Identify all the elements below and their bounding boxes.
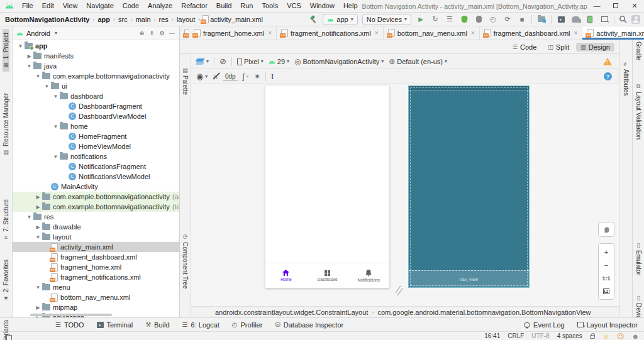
tree-row-HomeViewModel[interactable]: CHomeViewModel — [13, 141, 179, 151]
view-mode-design[interactable]: ▥Design — [576, 43, 614, 52]
expanded-arrow-icon[interactable]: ▼ — [52, 154, 60, 160]
menu-edit[interactable]: Edit — [38, 0, 58, 12]
expanded-arrow-icon[interactable]: ▼ — [16, 43, 25, 49]
pan-tool-button[interactable] — [598, 222, 614, 237]
happy-face-icon[interactable]: ☺ — [602, 333, 609, 339]
tree-row-notifications[interactable]: ▼notifications — [13, 151, 179, 162]
locale-select[interactable]: ⊕Default (en-us)▾ — [389, 57, 447, 66]
zoom-in-button[interactable]: + — [599, 246, 613, 258]
toolwindow--favorites[interactable]: 2: Favorites★ — [3, 256, 9, 305]
tree-row-dashboard[interactable]: ▼dashboard — [13, 91, 179, 101]
run-config-select[interactable]: app▾ — [323, 14, 357, 25]
nav-item-dashboard[interactable]: Dashboard — [307, 263, 348, 288]
build-hammer-icon[interactable] — [309, 15, 318, 24]
toolwindow-button-terminal[interactable]: ▸Terminal — [97, 321, 133, 329]
night-mode-icon[interactable]: ⊘ — [219, 57, 226, 66]
toolwindow-toggle-icon[interactable] — [5, 334, 10, 339]
toolwindow-button-todo[interactable]: ☰TODO — [55, 321, 84, 329]
view-mode-code[interactable]: ☰Code — [508, 43, 541, 52]
toolwindow-button-database-inspector[interactable]: ⛁Database Inspector — [275, 321, 343, 329]
encoding[interactable]: UTF-8 — [531, 332, 549, 339]
breadcrumb-item[interactable]: app — [96, 16, 111, 23]
coverage-button[interactable]: ⟳ — [502, 14, 513, 25]
menu-help[interactable]: Help — [339, 0, 362, 12]
maximize-button[interactable] — [606, 0, 625, 12]
tab-activity_main.xml[interactable]: activity_main.xml× — [582, 26, 644, 40]
zoom-actual-button[interactable]: 1:1 — [599, 272, 613, 284]
tree-row-com.example.bottomnavigationactivity[interactable]: ▼com.example.bottomnavigationactivity — [13, 71, 179, 81]
warning-icon[interactable] — [603, 58, 612, 65]
menu-window[interactable]: Window — [306, 0, 339, 12]
tree-row-fragment_notifications.xml[interactable]: fragment_notifications.xml — [13, 272, 179, 282]
apply-code-changes-button[interactable]: ☰ — [445, 14, 455, 25]
tree-row-java[interactable]: ▼java — [13, 61, 179, 71]
tree-row-MainActivity[interactable]: CMainActivity — [13, 182, 179, 192]
expanded-arrow-icon[interactable]: ▼ — [34, 285, 42, 290]
tree-row-res[interactable]: ▼res — [13, 212, 179, 222]
tree-row-home[interactable]: ▼home — [13, 121, 179, 131]
blueprint-nav-view[interactable]: nav_view — [409, 270, 529, 287]
tab-close-icon[interactable]: × — [574, 30, 578, 36]
hide-panel-icon[interactable]: — — [169, 30, 175, 36]
tab-fragment_home.xml[interactable]: fragment_home.xml× — [189, 26, 277, 40]
attributes-tab[interactable]: ≢ Attributes — [623, 57, 630, 99]
menu-view[interactable]: View — [58, 0, 82, 12]
tree-row-com.example.bottomnavigationactivity[interactable]: ▶com.example.bottomnavigationactivity(te… — [13, 202, 179, 212]
device-resize-handle[interactable] — [394, 287, 404, 295]
tree-row-layout[interactable]: ▼layout — [13, 232, 179, 242]
expanded-arrow-icon[interactable]: ▼ — [34, 234, 42, 240]
toolwindow-button-event-log[interactable]: Event Log — [524, 321, 565, 329]
toolwindow--structure[interactable]: 7: Structure≡ — [3, 195, 9, 244]
collapsed-arrow-icon[interactable]: ▶ — [34, 194, 42, 200]
device-select[interactable]: Pixel▾ — [237, 58, 264, 65]
collapse-all-icon[interactable]: ⇞ — [148, 30, 155, 36]
toolwindow-button-build[interactable]: ⚒Build — [145, 321, 169, 329]
tree-row-fragment_home.xml[interactable]: fragment_home.xml — [13, 262, 179, 272]
tree-row-drawable[interactable]: ▶drawable — [13, 222, 179, 232]
menu-file[interactable]: File — [18, 0, 38, 12]
tab-close-icon[interactable]: × — [268, 30, 272, 36]
minimize-button[interactable]: — — [587, 0, 606, 12]
attach-debugger-button[interactable] — [474, 14, 484, 25]
line-ending[interactable]: CRLF — [508, 332, 524, 339]
zoom-to-fit-button[interactable] — [599, 285, 613, 297]
locate-icon[interactable]: ⊕ — [138, 30, 145, 36]
profile-apk-folder-icon[interactable] — [536, 14, 547, 25]
expanded-arrow-icon[interactable]: ▼ — [52, 94, 60, 99]
guideline-icon[interactable]: I — [271, 72, 274, 82]
tab-close-icon[interactable]: × — [375, 30, 379, 36]
expanded-arrow-icon[interactable]: ▼ — [43, 84, 51, 89]
view-options-eye-icon[interactable]: ◉▾ — [196, 72, 208, 81]
tree-row-app[interactable]: ▼app — [13, 41, 179, 51]
incognito-icon[interactable]: ☻ — [631, 333, 639, 339]
view-mode-split[interactable]: ◫Split — [543, 43, 574, 52]
expanded-arrow-icon[interactable]: ▼ — [25, 214, 33, 220]
menu-tools[interactable]: Tools — [257, 0, 282, 12]
sad-face-icon[interactable]: ☹ — [617, 333, 624, 339]
toolwindow-layout-validation[interactable]: ⧉Layout Validation — [635, 79, 642, 143]
infer-constraints-wand-icon[interactable]: ✶ — [254, 72, 260, 81]
toolwindow-emulator[interactable]: ▯Emulator — [635, 238, 642, 279]
expanded-arrow-icon[interactable]: ▼ — [34, 74, 42, 79]
palette-tab[interactable]: ▤ Palette — [182, 63, 189, 99]
toolwindow-resource-manager[interactable]: Resource Manager▤ — [3, 89, 9, 159]
expanded-arrow-icon[interactable]: ▼ — [52, 124, 60, 129]
blueprint-preview[interactable]: nav_view — [408, 85, 530, 288]
tab-n.xml[interactable]: n.xml× — [180, 26, 189, 40]
toolwindow-button-6-logcat[interactable]: ☰6: Logcat — [182, 321, 219, 329]
help-icon[interactable]: ? — [604, 72, 612, 80]
tree-row-NotificationsViewModel[interactable]: CNotificationsViewModel — [13, 172, 179, 182]
toolwindow--project[interactable]: 1: Project▦ — [3, 29, 9, 72]
api-level-select[interactable]: 29▾ — [269, 58, 289, 65]
tree-row-ui[interactable]: ▼ui — [13, 81, 179, 91]
clear-constraints-icon[interactable]: ʃ× — [243, 72, 249, 81]
design-surface[interactable]: HomeDashboardNotifications nav_view — [191, 84, 619, 306]
tab-fragment_dashboard.xml[interactable]: fragment_dashboard.xml× — [480, 26, 583, 40]
collapsed-arrow-icon[interactable]: ▶ — [34, 224, 42, 230]
collapsed-arrow-icon[interactable]: ▶ — [34, 204, 42, 210]
sdk-manager-icon[interactable] — [599, 14, 609, 25]
menu-build[interactable]: Build — [212, 0, 236, 12]
debug-button[interactable] — [459, 14, 469, 25]
user-avatar[interactable] — [631, 15, 640, 24]
expanded-arrow-icon[interactable]: ▼ — [25, 63, 33, 69]
